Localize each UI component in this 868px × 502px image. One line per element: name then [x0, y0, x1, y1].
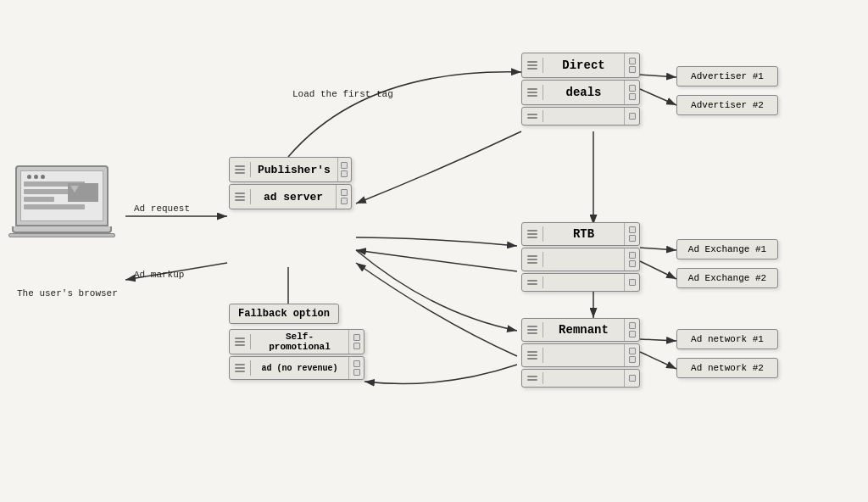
- advertiser1-box: Advertiser #1: [676, 66, 778, 86]
- load-first-tag-label: Load the first tag: [292, 89, 393, 99]
- fallback-label: Fallback option: [229, 304, 339, 324]
- svg-line-12: [640, 352, 676, 369]
- ad-request-label: Ad request: [134, 204, 190, 214]
- diagram-container: The user's browser Ad request Ad markup …: [0, 0, 868, 502]
- self-promotional-server: Self-promotional ad (no revenue): [229, 329, 364, 380]
- ad-exchange2-box: Ad Exchange #2: [676, 268, 778, 288]
- ad-exchange1-box: Ad Exchange #1: [676, 239, 778, 259]
- laptop-illustration: [15, 165, 115, 237]
- direct-deals-server: Direct deals: [521, 53, 640, 126]
- publishers-ad-server: Publisher's ad server: [229, 157, 352, 209]
- ad-network2-box: Ad network #2: [676, 358, 778, 378]
- ad-network1-box: Ad network #1: [676, 329, 778, 349]
- remnant-server: Remnant: [521, 318, 640, 388]
- svg-line-10: [640, 261, 676, 279]
- advertiser2-box: Advertiser #2: [676, 95, 778, 115]
- svg-line-7: [640, 75, 676, 77]
- svg-line-11: [640, 339, 676, 341]
- users-browser-label: The user's browser: [17, 288, 118, 298]
- ad-markup-label: Ad markup: [134, 270, 184, 280]
- svg-line-9: [640, 248, 676, 250]
- svg-line-8: [640, 89, 676, 105]
- rtb-server: RTB: [521, 222, 640, 292]
